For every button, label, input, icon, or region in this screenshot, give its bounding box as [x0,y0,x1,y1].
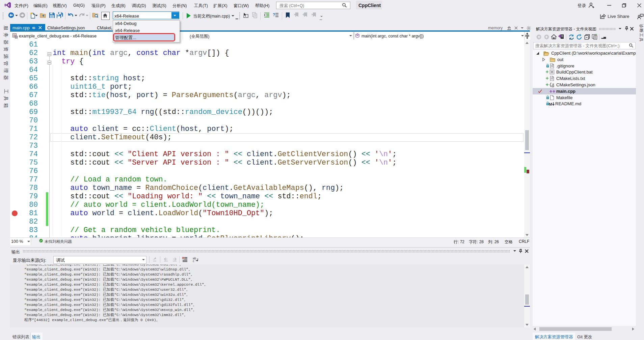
svg-text:c: c [193,259,194,262]
svg-text:M: M [549,102,552,106]
svg-text:?: ? [273,12,275,17]
